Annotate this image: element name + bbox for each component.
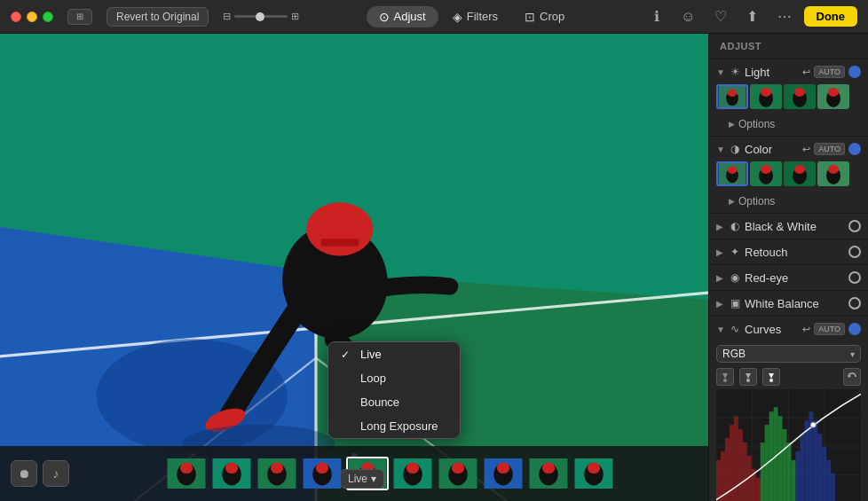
window-layout-button[interactable]: ⊞ (67, 9, 92, 25)
undo-icon-light[interactable]: ↩ (802, 67, 810, 78)
svg-point-35 (451, 462, 463, 474)
emoji-button[interactable]: ☺ (676, 4, 701, 29)
filmstrip-thumb-8[interactable] (482, 457, 525, 490)
color-thumb-3[interactable] (784, 161, 816, 186)
section-redeye-header[interactable]: ▶ ◉ Red-eye (709, 265, 868, 290)
svg-rect-100 (804, 420, 809, 501)
curves-eyedrop-mid[interactable] (739, 368, 757, 386)
filmstrip-thumb-1[interactable] (165, 457, 208, 490)
dropdown-arrow-icon: ▾ (850, 349, 855, 359)
playback-select[interactable]: Live ▾ (340, 469, 384, 489)
auto-badge-light[interactable]: AUTO (814, 66, 845, 78)
record-button[interactable]: ⏺ (11, 460, 37, 487)
svg-point-47 (728, 89, 737, 97)
chevron-icon-retouch: ▶ (716, 247, 725, 257)
chevron-right-light: ▶ (729, 120, 735, 129)
filmstrip-thumb-2[interactable] (210, 457, 253, 490)
share-button[interactable]: ⬆ (740, 4, 765, 29)
section-color: ▼ ◑ Color ↩ AUTO (709, 137, 868, 214)
zoom-slider[interactable] (234, 15, 288, 18)
playback-option-live[interactable]: ✓ Live (328, 342, 460, 366)
color-options[interactable]: ▶ Options (709, 192, 868, 213)
light-thumb-4[interactable] (817, 84, 849, 109)
section-curves-controls: ↩ AUTO (802, 323, 861, 335)
curves-svg (716, 389, 861, 501)
volume-button[interactable]: ♪ (43, 460, 69, 487)
svg-rect-93 (774, 407, 778, 501)
section-light-thumbs (709, 84, 868, 114)
color-thumb-2[interactable] (750, 161, 782, 186)
more-button[interactable]: ⋯ (772, 4, 797, 29)
tab-crop-label: Crop (540, 10, 564, 23)
chevron-down-icon: ▾ (371, 473, 376, 485)
filmstrip-thumb-10[interactable] (572, 457, 615, 490)
section-color-controls: ↩ AUTO (802, 143, 861, 155)
undo-icon-curves[interactable]: ↩ (802, 324, 810, 335)
zoom-thumb (256, 12, 264, 21)
info-button[interactable]: ℹ (644, 4, 669, 29)
playback-option-long-exposure[interactable]: Long Exposure (328, 414, 460, 438)
toggle-retouch[interactable] (848, 246, 861, 258)
toggle-redeye[interactable] (848, 271, 861, 284)
section-wb-header[interactable]: ▶ ▣ White Balance (709, 291, 868, 316)
svg-rect-95 (783, 429, 787, 501)
tab-crop[interactable]: ⊡ Crop (512, 6, 577, 27)
toggle-bw[interactable] (848, 220, 861, 232)
toolbar-right: ℹ ☺ ♡ ⬆ ⋯ Done (644, 4, 858, 29)
section-light-controls: ↩ AUTO (802, 66, 861, 78)
filmstrip-thumb-6[interactable] (391, 457, 434, 490)
section-bw-title: Black & White (745, 220, 845, 233)
section-retouch-header[interactable]: ▶ ✦ Retouch (709, 239, 868, 264)
svg-point-69 (723, 379, 727, 382)
toggle-color[interactable] (848, 143, 861, 155)
svg-rect-105 (826, 460, 831, 501)
svg-rect-104 (822, 447, 826, 501)
section-color-header[interactable]: ▼ ◑ Color ↩ AUTO (709, 137, 868, 161)
curves-eyedrop-shadow[interactable] (716, 368, 734, 386)
svg-rect-102 (813, 420, 817, 501)
light-thumb-3[interactable] (784, 84, 816, 109)
light-options-label: Options (738, 118, 775, 130)
color-thumb-4[interactable] (817, 161, 849, 186)
section-curves-header[interactable]: ▼ ∿ Curves ↩ AUTO (709, 317, 868, 341)
toggle-wb[interactable] (848, 297, 861, 309)
curves-graph[interactable] (716, 389, 861, 501)
filmstrip-thumb-9[interactable] (527, 457, 570, 490)
tab-filters[interactable]: ◈ Filters (440, 6, 510, 27)
color-icon: ◑ (729, 143, 741, 155)
playback-option-bounce[interactable]: Bounce (328, 390, 460, 414)
minimize-button[interactable] (27, 12, 37, 22)
light-icon: ☀ (729, 66, 741, 78)
color-thumb-1[interactable] (716, 161, 748, 186)
light-thumb-1[interactable] (716, 84, 748, 109)
section-bw-header[interactable]: ▶ ◐ Black & White (709, 214, 868, 239)
rgb-select[interactable]: RGB ▾ (716, 345, 861, 363)
undo-icon-color[interactable]: ↩ (802, 144, 810, 155)
section-light-title: Light (745, 66, 799, 79)
filmstrip-thumb-4[interactable] (301, 457, 343, 490)
light-options[interactable]: ▶ Options (709, 114, 868, 136)
svg-point-20 (225, 462, 237, 474)
filmstrip-thumb-7[interactable] (437, 457, 479, 490)
auto-badge-curves[interactable]: AUTO (814, 323, 845, 335)
chevron-icon-light: ▼ (716, 67, 725, 77)
curves-eyedrop-highlight[interactable] (762, 368, 780, 386)
revert-button[interactable]: Revert to Original (107, 7, 209, 27)
toggle-curves[interactable] (848, 323, 861, 335)
close-button[interactable] (11, 12, 21, 22)
playback-option-loop[interactable]: Loop (328, 366, 460, 390)
done-button[interactable]: Done (804, 6, 858, 27)
heart-button[interactable]: ♡ (708, 4, 733, 29)
right-panel: ADJUST ▼ ☀ Light ↩ AUTO (708, 34, 868, 501)
light-thumb-2[interactable] (750, 84, 782, 109)
toggle-light[interactable] (848, 66, 861, 78)
tab-adjust[interactable]: ⊙ Adjust (367, 6, 438, 27)
fullscreen-button[interactable] (43, 12, 53, 22)
auto-badge-color[interactable]: AUTO (814, 143, 845, 155)
section-retouch: ▶ ✦ Retouch (709, 239, 868, 265)
svg-rect-96 (787, 442, 792, 501)
curves-reset-tool[interactable] (843, 368, 861, 386)
filmstrip-thumb-3[interactable] (256, 457, 298, 490)
svg-point-23 (270, 462, 282, 474)
section-light-header[interactable]: ▼ ☀ Light ↩ AUTO (709, 59, 868, 84)
